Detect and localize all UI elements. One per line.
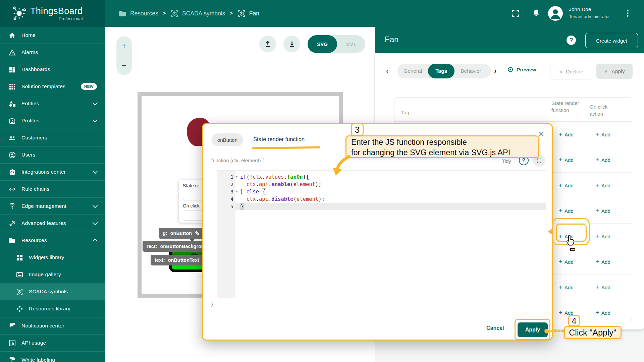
avatar[interactable] bbox=[548, 6, 563, 21]
sidebar-item-label: Edge management bbox=[21, 203, 66, 209]
add-on-click-button[interactable]: +Add bbox=[595, 308, 610, 318]
plus-icon: + bbox=[595, 156, 599, 164]
tab-general[interactable]: General bbox=[397, 64, 428, 78]
dialog-tab-state-render-function[interactable]: State render function bbox=[253, 136, 305, 142]
dialog-close-icon[interactable]: × bbox=[538, 129, 544, 139]
tag-chip-label: onButtonText bbox=[168, 257, 199, 263]
toggle-xml[interactable]: XML bbox=[337, 35, 365, 53]
sidebar-item-label: Entities bbox=[21, 101, 39, 107]
sidebar-item-scada-symbols[interactable]: SCADA symbols bbox=[0, 283, 105, 300]
add-state-render-button[interactable]: +Add bbox=[558, 129, 574, 139]
sidebar-item-label: Image gallery bbox=[29, 272, 61, 278]
sidebar-item-edge-management[interactable]: Edge management bbox=[0, 198, 105, 215]
add-on-click-button[interactable]: +Add bbox=[595, 206, 610, 216]
sidebar-item-users[interactable]: Users bbox=[0, 146, 105, 164]
upload-button[interactable] bbox=[259, 36, 276, 52]
sidebar-item-dashboards[interactable]: Dashboards bbox=[0, 61, 105, 78]
add-state-render-button[interactable]: +Add bbox=[558, 282, 574, 292]
sidebar-item-alarms[interactable]: Alarms bbox=[0, 44, 105, 61]
logo-subtitle: Professional bbox=[30, 16, 83, 21]
code-line: ctx.api.disable(element); bbox=[235, 195, 546, 203]
apply-button-top[interactable]: ✓ Apply bbox=[596, 64, 633, 79]
plus-icon: + bbox=[595, 182, 599, 189]
scada-icon bbox=[237, 9, 246, 18]
add-on-click-button[interactable]: +Add bbox=[595, 282, 610, 292]
sidebar-item-solution-templates[interactable]: Solution templatesNEW bbox=[0, 78, 105, 95]
cancel-button[interactable]: Cancel bbox=[486, 325, 504, 331]
element-tag-chip-onbutton[interactable]: g:onButton✎ bbox=[159, 228, 204, 239]
sidebar-item-profiles[interactable]: Profiles bbox=[0, 112, 105, 129]
code-lines: if(!ctx.values.fanOn){ ctx.api.enable(el… bbox=[235, 171, 546, 298]
decline-button[interactable]: × Decline bbox=[550, 64, 592, 79]
breadcrumb-item[interactable]: SCADA symbols bbox=[170, 9, 225, 18]
kebab-menu-icon[interactable] bbox=[623, 9, 632, 18]
code-editor[interactable]: 1▾23▾45 if(!ctx.values.fanOn){ ctx.api.e… bbox=[217, 170, 546, 298]
plus-icon: + bbox=[595, 284, 599, 291]
add-on-click-button[interactable]: +Add bbox=[595, 155, 610, 165]
sidebar-item-api-usage[interactable]: API usage bbox=[0, 335, 105, 352]
notification-icon bbox=[8, 322, 16, 330]
add-on-click-button[interactable]: +Add bbox=[595, 129, 610, 139]
create-widget-button[interactable]: Create widget bbox=[585, 33, 638, 48]
add-state-render-button[interactable]: +Add bbox=[558, 155, 574, 165]
sidebar-item-label: Profiles bbox=[21, 118, 39, 124]
sidebar-item-white-labeling[interactable]: White labeling bbox=[0, 352, 105, 362]
sidebar-item-label: API usage bbox=[21, 340, 46, 346]
tag-chip-onbutton[interactable]: onButton bbox=[212, 133, 243, 146]
add-state-render-button[interactable]: +Add bbox=[558, 180, 574, 190]
sidebar-item-home[interactable]: Home bbox=[0, 27, 105, 44]
tab-behavior[interactable]: Behavior bbox=[454, 64, 487, 78]
zoom-out-button[interactable]: − bbox=[116, 58, 132, 73]
notifications-bell-icon[interactable] bbox=[532, 8, 541, 17]
sidebar-item-resources-library[interactable]: Resources library bbox=[0, 300, 105, 317]
fullscreen-icon[interactable] bbox=[511, 9, 520, 18]
preview-button[interactable]: Preview bbox=[507, 66, 536, 73]
add-state-render-button[interactable]: +Add bbox=[558, 231, 574, 241]
sidebar-item-customers[interactable]: Customers bbox=[0, 129, 105, 146]
edit-pencil-icon[interactable]: ✎ bbox=[195, 230, 200, 237]
tabs-scroll-left-icon[interactable]: ‹ bbox=[386, 67, 388, 75]
home-icon bbox=[8, 32, 16, 39]
toggle-svg[interactable]: SVG bbox=[308, 35, 337, 53]
folder-icon bbox=[8, 237, 16, 244]
sidebar-item-advanced-features[interactable]: Advanced features bbox=[0, 215, 105, 232]
element-tag-chip-onbuttontext[interactable]: text:onButtonText bbox=[151, 255, 203, 265]
breadcrumb-item[interactable]: Fan bbox=[237, 9, 259, 18]
breadcrumb-item[interactable]: Resources bbox=[118, 9, 158, 18]
sidebar-item-image-gallery[interactable]: Image gallery bbox=[0, 266, 105, 283]
chevron-down-icon bbox=[93, 169, 98, 174]
apply-button-dialog[interactable]: Apply bbox=[518, 322, 548, 337]
chevron-down-icon bbox=[93, 100, 98, 106]
function-closing-brace: } bbox=[211, 301, 213, 307]
add-state-render-button[interactable]: +Add bbox=[558, 206, 574, 216]
sidebar-item-integrations-center[interactable]: Integrations center bbox=[0, 164, 105, 181]
sidebar-item-entities[interactable]: Entities bbox=[0, 95, 105, 112]
sidebar-item-notification-center[interactable]: Notification center bbox=[0, 317, 105, 335]
logo[interactable]: ThingsBoard Professional bbox=[0, 0, 105, 27]
element-tag-chip-onbuttonbackgrou[interactable]: rect:onButtonBackgrou bbox=[143, 241, 208, 252]
add-state-render-button[interactable]: +Add bbox=[558, 308, 574, 318]
sidebar-item-label: Dashboards bbox=[21, 66, 50, 72]
help-icon[interactable]: ? bbox=[567, 36, 576, 45]
plus-icon: + bbox=[558, 156, 562, 164]
state-render-function-dialog: onButton State render function × functio… bbox=[202, 123, 553, 341]
function-signature: function (ctx, element) { bbox=[211, 158, 264, 163]
sidebar-item-label: Notification center bbox=[21, 323, 64, 329]
add-on-click-button[interactable]: +Add bbox=[595, 231, 610, 241]
apps-icon bbox=[8, 83, 16, 90]
column-header-state-render: State render function bbox=[551, 100, 585, 114]
plus-icon: + bbox=[558, 207, 562, 215]
tidy-button[interactable]: Tidy bbox=[502, 158, 511, 164]
add-on-click-button[interactable]: +Add bbox=[595, 257, 610, 267]
code-fullscreen-icon[interactable] bbox=[533, 155, 545, 167]
sidebar-item-widgets-library[interactable]: Widgets library bbox=[0, 249, 105, 266]
sidebar-item-resources[interactable]: Resources bbox=[0, 232, 105, 249]
code-help-icon[interactable]: ? bbox=[519, 156, 529, 165]
tab-tags[interactable]: Tags bbox=[428, 64, 454, 78]
zoom-in-button[interactable]: + bbox=[116, 38, 132, 54]
add-state-render-button[interactable]: +Add bbox=[558, 257, 574, 267]
sidebar-item-rule-chains[interactable]: Rule chains bbox=[0, 181, 105, 198]
add-on-click-button[interactable]: +Add bbox=[595, 180, 610, 190]
download-button[interactable] bbox=[283, 36, 300, 52]
tabs-scroll-right-icon[interactable]: › bbox=[494, 67, 496, 75]
